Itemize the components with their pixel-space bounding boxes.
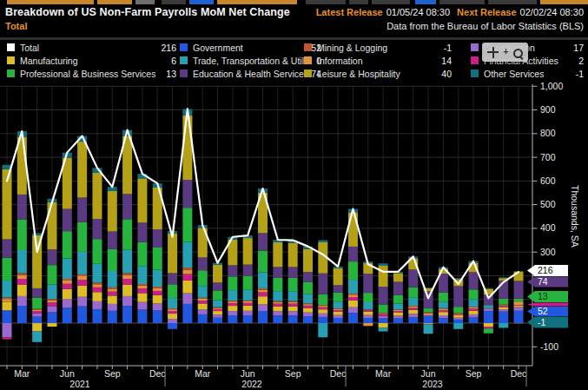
y-tick-300: 300 — [540, 247, 556, 257]
toolbar-fragment-6[interactable] — [306, 0, 346, 4]
mining-value: -1 — [439, 43, 452, 53]
toolbar-fragment-2[interactable] — [135, 0, 155, 4]
year-label-2023: 2023 — [422, 379, 443, 389]
x-tick-Dec-2023: Dec — [511, 368, 527, 379]
professional-swatch — [7, 69, 15, 77]
y-tick-500: 500 — [540, 199, 556, 209]
chart-area[interactable]: 1,000900800700600500400300-100MarJunSepD… — [0, 80, 588, 390]
bar-Sep-2022 — [288, 241, 298, 323]
legend-item-total[interactable]: Total216 — [7, 41, 176, 54]
bar-Oct-2021 — [122, 130, 132, 323]
value-tag-13: 13 — [527, 291, 568, 302]
bar-Sep-2021 — [108, 187, 117, 323]
value-tags: 216741352-1 — [527, 265, 568, 328]
plus-label: + — [504, 48, 509, 56]
legend-item-information[interactable]: Information14 — [304, 54, 452, 67]
bar-Jan-2022 — [168, 231, 177, 329]
series-selector-total[interactable]: Total — [5, 21, 27, 31]
y-tick--100: -100 — [540, 341, 558, 352]
toolbar-fragment-11[interactable] — [488, 0, 537, 4]
bar-May-2021 — [47, 199, 56, 327]
toolbar-fragment-12[interactable] — [540, 0, 588, 4]
page-title: Breakdown of US Non-Farm Payrolls MoM Ne… — [5, 6, 290, 18]
magnifier-icon — [513, 49, 523, 56]
next-release-label: Next Release — [457, 7, 517, 17]
latest-release-value: 01/05/24 08:30 — [386, 7, 450, 17]
bar-Jul-2021 — [77, 136, 87, 323]
x-tick-Mar-2022: Mar — [195, 368, 211, 379]
x-tick-Sep-2023: Sep — [466, 368, 482, 379]
manufacturing-value: 6 — [166, 56, 176, 66]
y-tick-600: 600 — [540, 175, 556, 186]
toolbar-fragment-9[interactable] — [415, 0, 436, 4]
manufacturing-swatch — [7, 56, 15, 64]
legend-item-manufacturing[interactable]: Manufacturing6 — [7, 54, 176, 67]
next-release-value: 02/02/24 08:30 — [520, 7, 584, 17]
bar-Dec-2022 — [334, 267, 343, 323]
toolbar-fragment-0[interactable] — [7, 0, 94, 4]
x-tick-Mar-2021: Mar — [14, 368, 30, 379]
toolbar-fragment-4[interactable] — [189, 0, 214, 4]
bar-Nov-2021 — [137, 174, 147, 323]
legend-item-government[interactable]: Government52 — [180, 41, 321, 54]
x-tick-Dec-2022: Dec — [330, 368, 347, 379]
legend-item-other[interactable]: Other Services-1 — [471, 67, 584, 80]
release-info: Latest Release01/05/24 08:30Next Release… — [316, 7, 584, 17]
toolbar-fragment-8[interactable] — [372, 0, 410, 4]
value-tag--1: -1 — [527, 317, 568, 328]
bar-Jul-2022 — [258, 188, 268, 323]
legend-item-education[interactable]: Education & Health Services74 — [180, 67, 321, 80]
legend-item-trade[interactable]: Trade, Transportation & Utilities0 — [180, 54, 321, 67]
bar-Feb-2023 — [363, 261, 373, 326]
toolbar-fragment-3[interactable] — [162, 0, 186, 4]
toolbar-fragment-1[interactable] — [97, 0, 132, 4]
toolbar-fragment-7[interactable] — [349, 0, 368, 4]
bar-Feb-2021 — [3, 165, 12, 340]
bar-Apr-2022 — [213, 263, 222, 323]
crosshair-icon — [487, 47, 499, 58]
toolbar-fragment-5[interactable] — [217, 0, 297, 4]
legend-item-mining[interactable]: Mining & Logging-1 — [304, 41, 452, 54]
svg-text:74: 74 — [538, 276, 548, 287]
toolbar-fragment-10[interactable] — [439, 0, 485, 4]
legend-item-professional[interactable]: Professional & Business Services13 — [7, 67, 176, 80]
bar-Mar-2022 — [198, 225, 208, 323]
other-swatch — [471, 69, 479, 77]
leisure-swatch — [304, 69, 312, 77]
y-tick-400: 400 — [540, 222, 556, 233]
svg-text:52: 52 — [538, 306, 548, 316]
y-tick-800: 800 — [540, 128, 556, 138]
bar-Aug-2022 — [273, 240, 282, 323]
x-tick-Sep-2021: Sep — [104, 368, 121, 379]
trade-swatch — [180, 56, 188, 64]
bar-Dec-2021 — [153, 183, 162, 323]
y-axis-title: Thousands, SA — [570, 185, 580, 265]
bar-May-2022 — [228, 237, 237, 323]
payrolls-chart[interactable]: 1,000900800700600500400300-100MarJunSepD… — [0, 80, 588, 390]
year-label-2021: 2021 — [69, 379, 90, 389]
bar-Jun-2021 — [63, 153, 72, 323]
bar-Oct-2022 — [303, 247, 313, 323]
svg-text:-1: -1 — [538, 317, 545, 327]
toolbar-strip[interactable] — [0, 0, 588, 4]
mining-swatch — [304, 43, 312, 51]
leisure-label: Leisure & Hospitality — [317, 69, 400, 79]
legend-item-leisure[interactable]: Leisure & Hospitality40 — [304, 67, 452, 80]
x-tick-Jun-2021: Jun — [60, 368, 75, 379]
header-divider — [0, 37, 588, 40]
x-tick-Dec-2021: Dec — [149, 368, 166, 379]
y-tick-700: 700 — [540, 152, 556, 162]
construction-swatch — [471, 43, 479, 51]
value-tag-52: 52 — [527, 306, 568, 316]
svg-text:216: 216 — [538, 265, 553, 275]
total-label: Total — [20, 43, 39, 53]
x-tick-Sep-2022: Sep — [285, 368, 301, 379]
other-label: Other Services — [484, 69, 544, 79]
bloomberg-payrolls-screen: Breakdown of US Non-Farm Payrolls MoM Ne… — [0, 0, 588, 390]
mining-label: Mining & Logging — [317, 43, 387, 53]
bar-Jan-2023 — [348, 209, 358, 323]
bar-Aug-2021 — [92, 168, 102, 323]
government-swatch — [180, 43, 188, 51]
leisure-value: 40 — [436, 69, 452, 79]
bar-Dec-2023 — [514, 272, 524, 324]
